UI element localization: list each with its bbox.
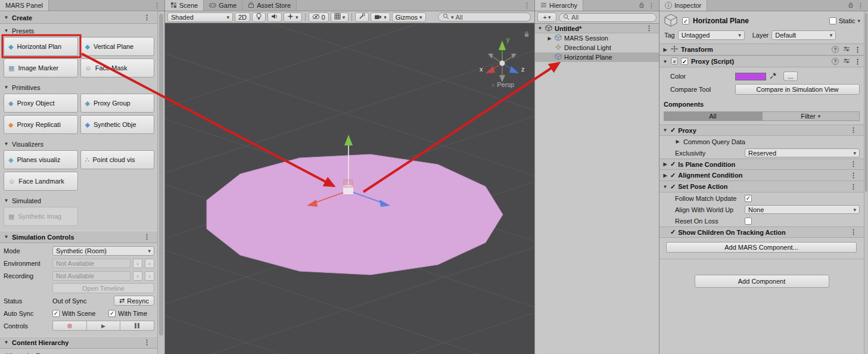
open-timeline-button[interactable]: Open Timeline — [52, 283, 154, 293]
gameobject-icon[interactable] — [663, 13, 679, 29]
align-with-world-up-dropdown[interactable]: None ▾ — [745, 205, 860, 214]
reset-on-loss-checkbox[interactable] — [745, 218, 752, 225]
color-options-button[interactable]: ... — [783, 72, 798, 81]
scene-viewport[interactable]: y x z ‹ Persp — [165, 24, 534, 354]
tab-asset-store[interactable]: Asset Store — [242, 0, 297, 11]
section-menu-icon[interactable]: ⋮ — [846, 160, 861, 168]
alignment-condition-header[interactable]: ▶ ✓ Alignment Condition ⋮ — [659, 170, 864, 181]
hierarchy-menu-icon[interactable]: ⋮ — [648, 2, 655, 10]
fold-open-icon[interactable]: ▼ — [662, 59, 668, 64]
gizmo-lock-icon[interactable] — [524, 31, 530, 39]
fold-closed-icon[interactable]: ▶ — [662, 47, 668, 52]
component-menu-icon[interactable]: ⋮ — [854, 58, 861, 66]
fold-closed-icon[interactable]: ▶ — [662, 173, 668, 178]
proxy-script-checkbox[interactable] — [681, 58, 688, 65]
2d-toggle-button[interactable]: 2D — [235, 13, 250, 22]
recording-prev-button[interactable]: ‹ — [133, 271, 142, 281]
group-presets-foldout[interactable]: ▼ Presets — [4, 26, 154, 36]
environment-next-button[interactable]: › — [145, 259, 154, 268]
play-button[interactable]: ▶ — [87, 321, 121, 331]
visualizer-face-landmark-button[interactable]: ☺ Face Landmark — [4, 172, 78, 191]
record-button[interactable] — [52, 321, 87, 331]
preset-horizontal-plane-button[interactable]: ◆ Horizontal Plan — [4, 37, 78, 56]
inspector-scrollbar[interactable] — [864, 11, 868, 354]
mode-dropdown[interactable]: Synthetic (Room) ▾ — [52, 246, 154, 256]
with-scene-checkbox[interactable] — [52, 310, 60, 317]
proxy-script-component-header[interactable]: ▼ # Proxy (Script) ? ⋮ — [659, 55, 864, 67]
preset-face-mask-button[interactable]: ☺ Face Mask — [80, 58, 155, 77]
scrollbar-thumb[interactable] — [865, 13, 867, 192]
environment-prev-button[interactable]: ‹ — [133, 259, 142, 268]
set-pose-action-header[interactable]: ▼ ✓ Set Pose Action ⋮ — [659, 181, 864, 192]
static-dropdown-icon[interactable]: ▾ — [857, 18, 860, 24]
tab-inspector[interactable]: i Inspector — [659, 0, 707, 11]
tag-dropdown[interactable]: Untagged ▾ — [678, 30, 745, 40]
create-header[interactable]: ▼ Create ⋮ — [0, 11, 158, 24]
perspective-toggle[interactable]: ‹ Persp — [492, 81, 514, 88]
hierarchy-scene-row[interactable]: ▼ Untitled* ⋮ — [535, 24, 659, 33]
primitive-proxy-group-button[interactable]: ◆ Proxy Group — [80, 94, 155, 113]
primitive-proxy-object-button[interactable]: ◆ Proxy Object — [4, 94, 78, 113]
scene-search-input[interactable]: ▾ All — [438, 13, 531, 21]
hidden-objects-button[interactable]: 0 — [309, 13, 329, 22]
create-menu-icon[interactable]: ⋮ — [139, 14, 154, 21]
section-menu-icon[interactable]: ⋮ — [846, 228, 861, 236]
with-time-checkbox[interactable] — [108, 310, 116, 317]
mars-panel-menu-icon[interactable]: ⋮ — [150, 0, 164, 11]
compare-simulation-button[interactable]: Compare in Simulation View — [735, 84, 860, 95]
scene-tabbar-menu-icon[interactable]: ⋮ — [519, 0, 534, 11]
scene-lighting-button[interactable] — [252, 13, 266, 22]
hierarchy-search-input[interactable]: All — [559, 13, 657, 22]
group-simulated-foldout[interactable]: ▼ Simulated — [4, 195, 154, 206]
lock-icon[interactable] — [639, 2, 645, 10]
group-visualizers-foldout[interactable]: ▼ Visualizers — [4, 139, 154, 149]
layer-dropdown[interactable]: Default ▾ — [771, 30, 836, 40]
hierarchy-item-mars-session[interactable]: ▶ MARS Session — [535, 33, 659, 43]
follow-match-update-checkbox[interactable] — [745, 195, 752, 202]
content-hierarchy-menu-icon[interactable]: ⋮ — [139, 339, 154, 346]
hierarchy-item-directional-light[interactable]: Directional Light — [535, 43, 659, 52]
add-mars-component-button[interactable]: Add MARS Component... — [666, 242, 857, 253]
hierarchy-item-horizontal-plane[interactable]: Horizontal Plane — [535, 52, 659, 62]
section-menu-icon[interactable]: ⋮ — [846, 183, 861, 191]
primitive-synthetic-object-button[interactable]: ◆ Synthetic Obje — [80, 115, 155, 134]
tab-game[interactable]: Game — [204, 0, 242, 11]
exclusivity-dropdown[interactable]: Reserved ▾ — [745, 148, 860, 157]
active-checkbox[interactable] — [682, 17, 689, 24]
tab-scene[interactable]: Scene — [165, 0, 204, 11]
recording-next-button[interactable]: › — [145, 271, 154, 281]
scene-camera-dropdown[interactable]: ▾ — [371, 13, 390, 22]
group-primitives-foldout[interactable]: ▼ Primitives — [4, 82, 154, 92]
resync-button[interactable]: ⇄ Resync — [114, 296, 154, 306]
add-component-button[interactable]: Add Component — [695, 275, 829, 288]
scene-audio-button[interactable] — [267, 13, 282, 22]
inspector-menu-icon[interactable]: ⋮ — [857, 2, 864, 10]
help-icon[interactable]: ? — [832, 58, 839, 65]
tab-mars-panel[interactable]: MARS Panel — [0, 0, 49, 11]
components-tab-all[interactable]: All — [664, 111, 762, 121]
preset-image-marker-button[interactable]: ▦ Image Marker — [4, 58, 78, 77]
common-query-data-foldout[interactable]: ▶ Common Query Data — [659, 136, 864, 147]
show-children-header[interactable]: ✓ Show Children On Tracking Action ⋮ — [659, 226, 864, 238]
presets-icon[interactable] — [843, 58, 850, 65]
is-plane-condition-header[interactable]: ▶ ✓ Is Plane Condition ⋮ — [659, 159, 864, 170]
simulation-controls-menu-icon[interactable]: ⋮ — [139, 233, 154, 241]
presets-icon[interactable] — [843, 46, 850, 53]
help-icon[interactable]: ? — [832, 46, 839, 53]
lock-icon[interactable] — [848, 2, 854, 10]
content-hierarchy-header[interactable]: ▼ Content Hierarchy ⋮ — [0, 336, 158, 349]
simulated-synthetic-image-button[interactable]: ▦ Synthetic Imag — [4, 207, 78, 226]
scene-effects-dropdown[interactable]: ▾ — [284, 13, 302, 22]
gameobject-name[interactable]: Horizontal Plane — [693, 17, 749, 25]
tab-hierarchy[interactable]: Hierarchy — [535, 0, 583, 11]
create-object-dropdown[interactable]: + ▾ — [537, 13, 556, 22]
visualizer-planes-button[interactable]: ◆ Planes visualiz — [4, 150, 78, 169]
fold-open-icon[interactable]: ▼ — [662, 128, 668, 133]
section-menu-icon[interactable]: ⋮ — [846, 126, 861, 134]
fold-open-icon[interactable]: ▼ — [537, 26, 543, 31]
color-swatch[interactable] — [735, 73, 766, 80]
component-tools-button[interactable] — [355, 13, 369, 22]
preset-vertical-plane-button[interactable]: ◆ Vertical Plane — [80, 37, 155, 56]
scrollbar-thumb[interactable] — [159, 14, 163, 336]
fold-closed-icon[interactable]: ▶ — [662, 162, 668, 167]
